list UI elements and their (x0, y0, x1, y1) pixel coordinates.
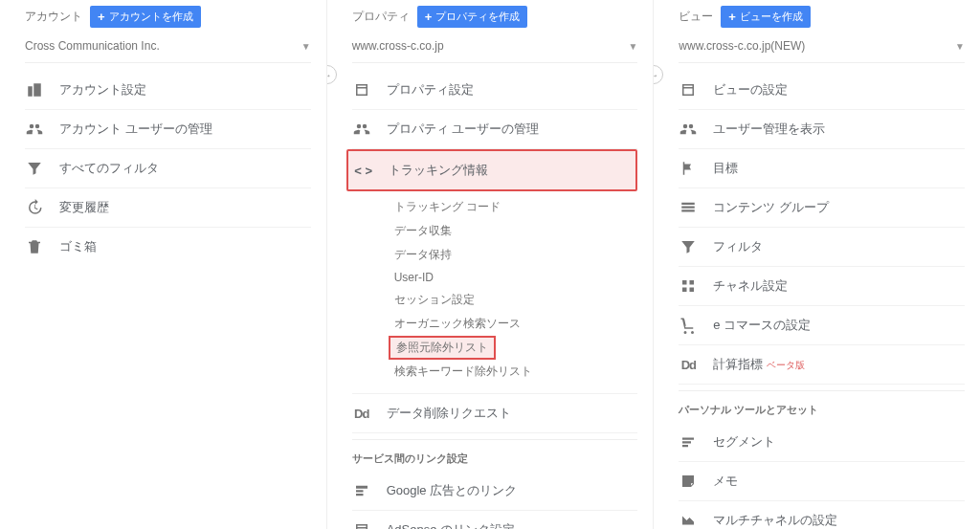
segment-icon (679, 432, 698, 452)
view-column: ↔ ビュー + ビューを作成 www.cross-c.co.jp(NEW) ▼ … (654, 0, 980, 529)
nav-label: 計算指標ベータ版 (713, 356, 805, 373)
plus-icon: + (425, 11, 433, 23)
history-icon (25, 198, 44, 217)
nav-label: メモ (713, 473, 738, 490)
property-users-item[interactable]: プロパティ ユーザーの管理 (352, 110, 638, 149)
chevron-down-icon: ▼ (955, 41, 965, 52)
gads-icon (352, 481, 371, 500)
collapse-connector-left[interactable]: ↔ (327, 65, 337, 84)
nav-label: AdSense のリンク設定 (387, 521, 515, 529)
users-icon (679, 120, 698, 139)
flag-icon (679, 159, 698, 178)
data-collection-item[interactable]: データ収集 (389, 219, 638, 243)
dd-icon: Dd (352, 404, 371, 423)
view-title: ビュー (679, 9, 713, 25)
organic-search-item[interactable]: オーガニック検索ソース (389, 312, 638, 336)
link-section-header: サービス間のリンク設定 (352, 439, 638, 472)
segments-item[interactable]: セグメント (679, 423, 965, 462)
filter-icon (25, 159, 44, 178)
channel-settings-item[interactable]: チャネル設定 (679, 267, 965, 306)
plus-icon: + (728, 11, 736, 23)
user-id-item[interactable]: User-ID (389, 267, 638, 288)
account-selector[interactable]: Cross Communication Inc. ▼ (25, 33, 311, 63)
property-title: プロパティ (352, 9, 410, 25)
create-property-button[interactable]: + プロパティを作成 (417, 6, 528, 28)
tracking-sublist: トラッキング コード データ収集 データ保持 User-ID セッション設定 オ… (352, 191, 638, 394)
building-icon (25, 80, 44, 99)
view-users-item[interactable]: ユーザー管理を表示 (679, 110, 965, 149)
property-header: プロパティ + プロパティを作成 (352, 6, 638, 28)
users-icon (25, 120, 44, 139)
notes-item[interactable]: メモ (679, 462, 965, 501)
view-settings-item[interactable]: ビューの設定 (679, 71, 965, 110)
data-deletion-item[interactable]: Dd データ削除リクエスト (352, 394, 638, 433)
account-users-item[interactable]: アカウント ユーザーの管理 (25, 110, 311, 149)
plus-icon: + (98, 11, 105, 23)
cart-icon (679, 316, 698, 335)
nav-label: プロパティ設定 (387, 81, 474, 99)
nav-label: ユーザー管理を表示 (713, 121, 825, 138)
create-view-button[interactable]: + ビューを作成 (721, 6, 811, 28)
chevron-down-icon: ▼ (301, 41, 311, 52)
account-title: アカウント (25, 9, 82, 25)
create-account-button[interactable]: + アカウントを作成 (90, 6, 201, 28)
nav-label: マルチチャネルの設定 (713, 512, 837, 529)
nav-label: フィルタ (713, 238, 763, 255)
change-history-item[interactable]: 変更履歴 (25, 188, 311, 228)
nav-label: Google 広告とのリンク (387, 482, 518, 499)
page-icon (679, 80, 698, 99)
session-settings-item[interactable]: セッション設定 (389, 288, 638, 312)
nav-label: すべてのフィルタ (59, 160, 159, 177)
create-property-label: プロパティを作成 (435, 10, 520, 24)
personal-section-header: パーソナル ツールとアセット (679, 390, 965, 423)
property-settings-item[interactable]: プロパティ設定 (352, 71, 638, 110)
nav-label: セグメント (713, 433, 775, 451)
account-settings-item[interactable]: アカウント設定 (25, 71, 311, 110)
property-selector[interactable]: www.cross-c.co.jp ▼ (352, 33, 638, 63)
nav-label: アカウント設定 (59, 81, 146, 99)
collapse-connector-right[interactable]: ↔ (654, 65, 663, 84)
property-selected-label: www.cross-c.co.jp (352, 39, 444, 53)
view-selected-label: www.cross-c.co.jp(NEW) (679, 39, 805, 53)
account-header: アカウント + アカウントを作成 (25, 6, 311, 28)
account-column: アカウント + アカウントを作成 Cross Communication Inc… (0, 0, 327, 529)
trash-icon (25, 237, 44, 256)
channel-icon (679, 276, 698, 296)
nav-label: コンテンツ グループ (713, 199, 829, 216)
trash-item[interactable]: ゴミ箱 (25, 228, 311, 266)
data-retention-item[interactable]: データ保持 (389, 243, 638, 267)
nav-label: 変更履歴 (59, 199, 109, 216)
note-icon (679, 472, 698, 491)
multichannel-icon (679, 511, 698, 529)
nav-label: ビューの設定 (713, 81, 788, 99)
chevron-down-icon: ▼ (628, 41, 637, 52)
create-view-label: ビューを作成 (740, 10, 803, 24)
page-icon (352, 520, 371, 529)
calculated-metrics-item[interactable]: Dd 計算指標ベータ版 (679, 345, 965, 385)
filter-item[interactable]: フィルタ (679, 228, 965, 267)
keyword-exclusion-item[interactable]: 検索キーワード除外リスト (389, 360, 638, 384)
tracking-code-item[interactable]: トラッキング コード (389, 195, 638, 219)
content-group-item[interactable]: コンテンツ グループ (679, 188, 965, 228)
account-selected-label: Cross Communication Inc. (25, 39, 160, 53)
nav-label: 目標 (713, 160, 738, 177)
adsense-link-item[interactable]: AdSense のリンク設定 (352, 511, 638, 529)
code-icon: < > (354, 161, 373, 180)
property-column: ↔ プロパティ + プロパティを作成 www.cross-c.co.jp ▼ プ… (327, 0, 655, 529)
ecommerce-item[interactable]: e コマースの設定 (679, 306, 965, 345)
page-icon (352, 80, 371, 99)
nav-label: トラッキング情報 (389, 162, 488, 179)
users-icon (352, 120, 371, 139)
google-ads-link-item[interactable]: Google 広告とのリンク (352, 472, 638, 511)
tracking-info-item[interactable]: < > トラッキング情報 (346, 149, 638, 191)
create-account-label: アカウントを作成 (109, 10, 193, 24)
all-filters-item[interactable]: すべてのフィルタ (25, 149, 311, 188)
view-selector[interactable]: www.cross-c.co.jp(NEW) ▼ (679, 33, 965, 63)
multichannel-item[interactable]: マルチチャネルの設定 (679, 501, 965, 529)
referral-exclusion-item[interactable]: 参照元除外リスト (389, 336, 496, 360)
nav-label: アカウント ユーザーの管理 (59, 121, 212, 138)
nav-label: チャネル設定 (713, 277, 788, 295)
goals-item[interactable]: 目標 (679, 149, 965, 188)
dd-icon: Dd (679, 355, 698, 374)
stack-icon (679, 198, 698, 217)
